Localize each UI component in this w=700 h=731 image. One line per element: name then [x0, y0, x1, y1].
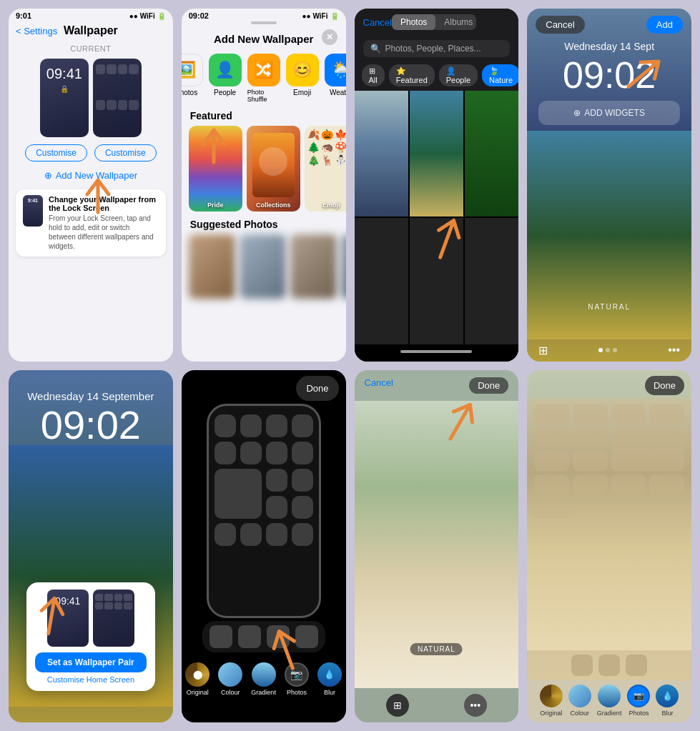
toolbar-blur-label: Blur [324, 689, 335, 696]
search-inner[interactable]: 🔍 Photos, People, Places... [363, 40, 511, 57]
bottom-bar-4: ⊞ ••• [527, 339, 691, 362]
filter-people[interactable]: 👤 People [439, 64, 478, 86]
cat-label-people: People [214, 89, 236, 96]
category-weather[interactable]: 🌦️ Weat... [325, 54, 346, 103]
cell-waterfall-lock: Cancel Done NATURAL ⊞ ••• [355, 370, 519, 723]
add-widgets-label: ADD WIDGETS [584, 108, 645, 118]
dock8-3[interactable] [626, 655, 647, 676]
toolbar-photos-label: Photos [287, 689, 307, 696]
done-row-8: Done [527, 370, 691, 398]
status-icons-1: ●● WiFi 🔋 [129, 11, 166, 20]
cat-label-photos: Photos [182, 89, 197, 96]
tab-photos[interactable]: Photos [392, 14, 435, 30]
people-icon: 👤 [209, 54, 242, 86]
suggested-photo-4[interactable] [341, 234, 346, 299]
suggested-photo-1[interactable] [189, 234, 235, 299]
back-button-1[interactable]: < Settings [16, 26, 57, 36]
toolbar8-colour-label: Colour [571, 710, 590, 717]
nav-bar-1: < Settings Wallpaper [9, 23, 173, 41]
arrow-3 [426, 209, 469, 269]
pair-home-thumb[interactable] [93, 590, 134, 647]
main-grid: 9:01 ●● WiFi 🔋 < Settings Wallpaper CURR… [0, 0, 700, 731]
gallery-icon-7: ⊞ [386, 694, 409, 717]
photo-aerial[interactable] [410, 91, 463, 217]
sheet-indicator [251, 21, 277, 24]
category-photos[interactable]: 🖼️ Photos [182, 54, 203, 103]
customise-row: Customise Customise [9, 140, 173, 166]
toolbar-original[interactable]: ⬤ Original [185, 662, 209, 696]
toolbar8-original-label: Original [540, 710, 562, 717]
suggested-photo-2[interactable] [240, 234, 286, 299]
cancel-button-3[interactable]: Cancel [363, 17, 392, 28]
nav-title-1: Wallpaper [64, 24, 118, 37]
featured-emoji[interactable]: 🍂🎃🍁 🌲🦔🍄 🎄🦌⛄ Emoji [305, 126, 346, 212]
more-icon[interactable]: ••• [668, 344, 680, 357]
customise-lock-button[interactable]: Customise [25, 144, 87, 161]
arrow-2 [196, 119, 232, 172]
featured-collections[interactable]: Collections [247, 126, 300, 212]
add-button-4[interactable]: Add [646, 16, 683, 34]
date-text-5: Wednesday 14 September [9, 370, 173, 405]
filter-bar-3: ⊞ All ⭐ Featured 👤 People 🍃 Nature [355, 61, 519, 91]
toolbar8-gradient-label: Gradient [597, 710, 622, 717]
dock8-2[interactable] [598, 655, 620, 676]
cell-lockscreen-preview: Cancel Add Wednesday 14 Sept 09:02 ⊕ ADD… [527, 9, 691, 362]
photo-forest[interactable] [465, 91, 518, 217]
dot-2 [606, 348, 610, 352]
home-icon [107, 100, 117, 110]
photo-blank-1[interactable] [355, 218, 408, 344]
lock-icon: 🔒 [60, 85, 69, 93]
filter-nature[interactable]: 🍃 Nature [482, 64, 518, 86]
toolbar-colour[interactable]: Colour [218, 662, 242, 696]
suggested-photo-3[interactable] [290, 234, 337, 299]
dot-indicators [598, 348, 617, 352]
photo-waterfall[interactable] [355, 91, 408, 217]
toolbar-row-8: Original Colour Gradient 📷 Photos [527, 680, 691, 722]
done-btn-row: Done [182, 370, 346, 404]
toolbar8-blur-icon: 💧 [656, 685, 679, 707]
bi-gallery[interactable]: ⊞ [386, 694, 409, 717]
toolbar8-original[interactable]: Original [540, 685, 563, 717]
cell-home-waterfall: Done [527, 370, 691, 723]
category-emoji[interactable]: 😊 Emoji [286, 54, 319, 103]
arrow-5 [30, 591, 73, 644]
customise-home-link[interactable]: Customise Home Screen [35, 675, 147, 684]
dock8-1[interactable] [571, 655, 593, 676]
category-people[interactable]: 👤 People [209, 54, 242, 103]
home-icon [96, 100, 106, 110]
home-screen-thumb[interactable] [93, 59, 142, 137]
category-shuffle[interactable]: 🔀 Photo Shuffle [247, 54, 280, 103]
search-icon: 🔍 [370, 44, 381, 54]
bi-more[interactable]: ••• [464, 694, 487, 717]
gallery-icon[interactable]: ⊞ [538, 344, 548, 357]
customise-home-button[interactable]: Customise [94, 144, 157, 161]
done-button-6[interactable]: Done [296, 376, 338, 401]
done-button-8[interactable]: Done [645, 376, 684, 395]
current-label: CURRENT [9, 44, 173, 53]
dock-app-1[interactable] [209, 625, 232, 648]
filter-all[interactable]: ⊞ All [362, 64, 385, 86]
dot-3 [613, 348, 617, 352]
tab-albums[interactable]: Albums [435, 14, 476, 30]
lock-screen-thumb[interactable]: 09:41 🔒 [40, 59, 89, 137]
toolbar8-photos[interactable]: 📷 Photos [627, 685, 650, 717]
toolbar8-blur-label: Blur [661, 710, 673, 717]
toolbar8-blur[interactable]: 💧 Blur [656, 685, 679, 717]
cancel-button-4[interactable]: Cancel [536, 16, 584, 34]
top-buttons-4: Cancel Add [527, 9, 691, 38]
toolbar8-colour[interactable]: Colour [568, 685, 591, 717]
widgets-box[interactable]: ⊕ ADD WIDGETS [538, 101, 680, 125]
toolbar-gradient-label: Gradient [251, 689, 276, 696]
cancel-button-7[interactable]: Cancel [365, 377, 393, 394]
toolbar8-gradient[interactable]: Gradient [597, 685, 622, 717]
set-wallpaper-pair-button[interactable]: Set as Wallpaper Pair [35, 652, 147, 672]
close-button[interactable]: ✕ [322, 29, 337, 45]
modal-header: Add New Wallpaper ✕ [182, 23, 346, 49]
arrow-1 [80, 169, 116, 222]
photo-blank-3[interactable] [465, 218, 518, 344]
toolbar-blur[interactable]: 💧 Blur [317, 662, 342, 696]
filter-featured[interactable]: ⭐ Featured [389, 64, 435, 86]
plus-icon: ⊕ [573, 108, 581, 118]
home-icon [96, 64, 106, 74]
home-indicator-5 [9, 707, 173, 722]
